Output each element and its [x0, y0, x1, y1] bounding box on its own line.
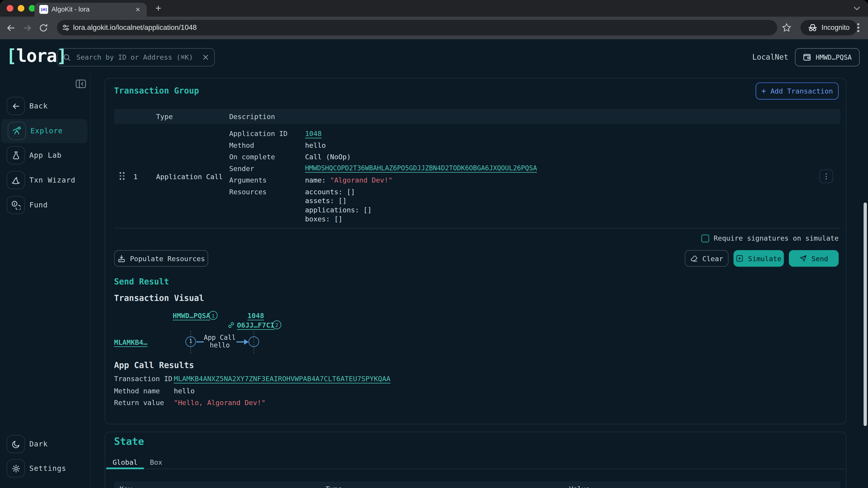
- field-label: Arguments: [229, 176, 267, 184]
- clear-button[interactable]: Clear: [685, 250, 728, 267]
- result-label: Transaction ID: [114, 375, 172, 383]
- reload-icon[interactable]: [39, 23, 48, 33]
- bookmark-star-icon[interactable]: [782, 23, 792, 33]
- coins-icon: [11, 200, 21, 210]
- send-label: Send: [811, 254, 828, 263]
- sender-address-link[interactable]: HMWDSHQCOPD2T36WBAHLAZ6PO5GDJJZBN4D2TODK…: [305, 164, 537, 173]
- main-content: Transaction Group + Add Transaction Type…: [91, 75, 868, 488]
- window-close-button[interactable]: [6, 5, 13, 11]
- browser-tab[interactable]: [ak] AlgoKit - lora ×: [34, 3, 147, 17]
- field-label: Application ID: [229, 129, 287, 138]
- sidebar-item-settings[interactable]: Settings: [0, 456, 89, 481]
- txn-table-header: Type Description: [114, 109, 840, 124]
- clear-search-icon[interactable]: [203, 54, 209, 60]
- state-card: State Global Box Key Type Value: [105, 431, 846, 488]
- result-txn-id-link[interactable]: MLAMKB4ANXZ5NA2XY7ZNF3EAIROHVWPAB4A7CLT6…: [174, 375, 391, 383]
- txn-table-row[interactable]: 1 Application Call Application ID 1048 M…: [114, 124, 840, 229]
- sidebar-item-dark-mode[interactable]: Dark: [0, 432, 89, 457]
- browser-menu-icon[interactable]: [857, 23, 860, 33]
- send-button[interactable]: Send: [789, 250, 839, 267]
- tab-global[interactable]: Global: [106, 456, 144, 468]
- sidebar-item-app-lab[interactable]: App Lab: [0, 143, 89, 168]
- drag-handle[interactable]: [120, 172, 125, 180]
- visual-arrow-icon: [244, 339, 249, 345]
- result-label: Method name: [114, 387, 160, 395]
- sidebar-item-label: Txn Wizard: [29, 168, 75, 193]
- visual-group-badge: 2: [272, 320, 281, 329]
- telescope-icon: [12, 126, 22, 135]
- link-icon: [228, 322, 235, 329]
- sidebar-collapse-icon[interactable]: [75, 79, 86, 89]
- sidebar-item-explore[interactable]: Explore: [1, 119, 88, 143]
- window-minimize-button[interactable]: [18, 5, 24, 11]
- sidebar: Back Explore App Lab: [0, 75, 91, 488]
- populate-resources-button[interactable]: Populate Resources: [114, 250, 208, 267]
- simulate-signatures-row: Require signatures on simulate: [702, 234, 839, 242]
- sidebar-item-label: Explore: [31, 119, 63, 143]
- field-label: Method: [229, 141, 254, 149]
- search-input[interactable]: [75, 53, 198, 62]
- sidebar-item-fund[interactable]: Fund: [0, 193, 89, 218]
- algokit-favicon-icon: [ak]: [39, 5, 48, 14]
- browser-tab-bar: [ak] AlgoKit - lora × +: [0, 0, 868, 17]
- wizard-hat-icon: [11, 176, 21, 185]
- add-transaction-button[interactable]: + Add Transaction: [756, 83, 839, 100]
- sidebar-item-label: Dark: [29, 432, 48, 457]
- resource-applications: applications: []: [305, 206, 372, 214]
- application-id-link[interactable]: 1048: [305, 129, 322, 138]
- simulate-button[interactable]: Simulate: [734, 250, 784, 267]
- network-label[interactable]: LocalNet: [752, 39, 788, 75]
- moon-icon: [11, 440, 20, 449]
- back-icon[interactable]: [6, 23, 16, 33]
- visual-group-link[interactable]: O6JJ…F7CI: [237, 321, 274, 329]
- tab-list-chevron-icon[interactable]: [853, 5, 861, 11]
- state-table-header: Key Type Value: [114, 482, 840, 488]
- visual-txn-link[interactable]: MLAMKB4…: [114, 338, 147, 346]
- visual-to-node: [249, 336, 259, 347]
- require-signatures-checkbox[interactable]: [702, 234, 709, 242]
- visual-from-node: 1: [185, 336, 196, 347]
- tab-box[interactable]: Box: [144, 456, 168, 468]
- field-label: Sender: [229, 164, 254, 173]
- logo-bracket: [: [6, 45, 16, 66]
- forward-icon[interactable]: [23, 23, 32, 33]
- row-menu-button[interactable]: ⋮: [819, 169, 833, 183]
- visual-app-link[interactable]: 1048: [248, 312, 264, 320]
- page-scrollbar[interactable]: [864, 202, 867, 426]
- result-method-name: hello: [174, 387, 195, 395]
- tab-title: AlgoKit - lora: [52, 3, 90, 17]
- sidebar-item-txn-wizard[interactable]: Txn Wizard: [0, 168, 89, 193]
- site-info-tune-icon[interactable]: [62, 24, 70, 31]
- url-text[interactable]: lora.algokit.io/localnet/application/104…: [73, 20, 197, 35]
- wallet-button[interactable]: HMWD…PQSA: [795, 48, 860, 66]
- argument-value: "Algorand Dev!": [330, 176, 393, 184]
- add-transaction-label: Add Transaction: [770, 87, 833, 95]
- wallet-icon: [803, 53, 812, 61]
- sidebar-item-label: Fund: [29, 193, 48, 218]
- incognito-label: Incognito: [822, 24, 849, 31]
- flask-icon: [11, 151, 20, 160]
- populate-icon: [117, 254, 126, 263]
- play-icon: [736, 255, 744, 262]
- row-index: 1: [133, 173, 137, 181]
- incognito-icon: [808, 24, 817, 31]
- resource-boxes: boxes: []: [305, 215, 342, 223]
- new-tab-button[interactable]: +: [151, 1, 166, 15]
- tab-close-icon[interactable]: ×: [132, 4, 143, 15]
- row-type: Application Call: [156, 173, 223, 181]
- global-search[interactable]: [57, 48, 215, 66]
- active-tab-underline: [106, 467, 144, 469]
- visual-sender-link[interactable]: HMWD…PQSA: [173, 312, 210, 320]
- sidebar-item-label: Settings: [29, 456, 66, 481]
- address-bar[interactable]: lora.algokit.io/localnet/application/104…: [57, 20, 777, 35]
- result-return-value: "Hello, Algorand Dev!": [174, 398, 266, 407]
- require-signatures-label: Require signatures on simulate: [714, 234, 839, 242]
- sidebar-item-label: Back: [29, 94, 48, 119]
- sidebar-item-label: App Lab: [29, 143, 62, 168]
- transaction-group-title: Transaction Group: [114, 83, 199, 100]
- logo-text: lora: [16, 45, 57, 66]
- sidebar-item-back[interactable]: Back: [0, 94, 89, 119]
- edge-label-type: App Call: [197, 334, 242, 341]
- visual-edge-label[interactable]: App Call hello: [197, 334, 242, 349]
- column-key: Key: [120, 482, 132, 488]
